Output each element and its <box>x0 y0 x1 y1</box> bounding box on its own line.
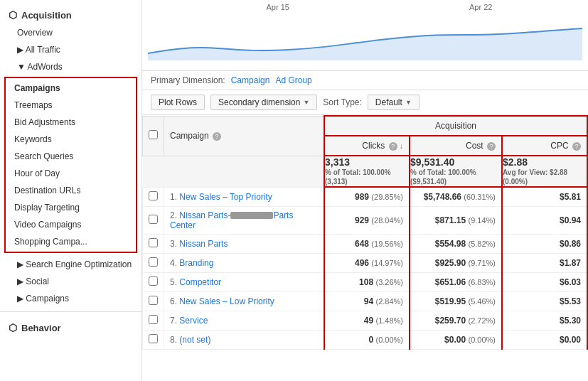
row-checkbox-cell <box>143 234 164 253</box>
table-row: 3. Nissan Parts648 (19.56%)$554.98 (5.82… <box>143 234 588 253</box>
row-checkbox[interactable] <box>149 191 158 200</box>
clicks-pct: (14.97%) <box>371 259 403 267</box>
sidebar-item-keywords[interactable]: Keywords <box>6 131 136 148</box>
acquisition-section-header: Acquisition <box>324 116 587 136</box>
campaign-name-link[interactable]: Service <box>179 316 208 326</box>
clicks-cell: 989 (29.85%) <box>324 187 410 206</box>
row-number: 8. <box>170 335 177 345</box>
table-row: 7. Service49 (1.48%)$259.70 (2.72%)$5.30 <box>143 311 588 330</box>
sidebar-item-seo[interactable]: ▶ Search Engine Optimization <box>0 256 141 273</box>
sidebar-item-all-traffic[interactable]: ▶ All Traffic <box>0 41 141 58</box>
clicks-pct: (0.00%) <box>375 336 403 344</box>
cpc-value: $5.30 <box>560 316 581 326</box>
row-checkbox[interactable] <box>149 277 158 286</box>
secondary-toolbar: Plot Rows Secondary dimension ▼ Sort Typ… <box>142 90 588 115</box>
table-row: 1. New Sales – Top Priority989 (29.85%)$… <box>143 187 588 206</box>
cpc-help-icon[interactable]: ? <box>572 142 581 151</box>
sidebar-item-search-queries[interactable]: Search Queries <box>6 148 136 165</box>
cpc-cell: $0.94 <box>502 206 587 234</box>
clicks-value: 496 <box>355 258 369 268</box>
chevron-down-icon-2: ▼ <box>405 99 412 106</box>
sidebar: ⬡ Acquisition Overview ▶ All Traffic ▼ A… <box>0 0 142 381</box>
cost-value: $554.98 <box>435 239 466 249</box>
clicks-cell: 49 (1.48%) <box>324 311 410 330</box>
sidebar-item-behavior[interactable]: ⬡ Behavior <box>0 316 141 339</box>
clicks-value: 94 <box>364 296 373 306</box>
default-sort-button[interactable]: Default ▼ <box>368 95 419 110</box>
sidebar-item-destination-urls[interactable]: Destination URLs <box>6 182 136 199</box>
total-cpc: $2.88 Avg for View: $2.88(0.00%) <box>502 156 587 187</box>
row-checkbox-cell <box>143 311 164 330</box>
row-checkbox[interactable] <box>149 315 158 324</box>
campaign-name-link[interactable]: Competitor <box>179 277 221 287</box>
cost-cell: $0.00 (0.00%) <box>410 330 502 349</box>
adgroup-link[interactable]: Ad Group <box>275 75 311 85</box>
row-checkbox[interactable] <box>149 334 158 343</box>
sidebar-item-campaigns-sub[interactable]: ▶ Campaigns <box>0 290 141 307</box>
cost-cell: $925.90 (9.71%) <box>410 253 502 272</box>
sidebar-item-campaigns[interactable]: Campaigns <box>6 80 136 97</box>
cost-value: $651.06 <box>435 277 466 287</box>
cpc-cell: $0.00 <box>502 330 587 349</box>
clicks-pct: (29.85%) <box>371 193 403 201</box>
sidebar-item-display-targeting[interactable]: Display Targeting <box>6 199 136 216</box>
cpc-cell: $0.86 <box>502 234 587 253</box>
sort-type-label: Sort Type: <box>323 97 361 107</box>
row-checkbox[interactable] <box>149 296 158 305</box>
chart-canvas <box>148 14 582 64</box>
clicks-value: 648 <box>355 239 369 249</box>
chart-dates: Apr 15 Apr 22 <box>176 3 582 11</box>
cpc-header: CPC ? <box>502 136 587 156</box>
row-checkbox-cell <box>143 291 164 311</box>
row-checkbox-cell <box>143 187 164 206</box>
select-all-checkbox[interactable] <box>149 130 158 139</box>
secondary-dimension-button[interactable]: Secondary dimension ▼ <box>210 95 317 110</box>
clicks-pct: (2.84%) <box>375 297 403 306</box>
campaign-name-link[interactable]: (not set) <box>179 335 210 345</box>
sidebar-item-treemaps[interactable]: Treemaps <box>6 97 136 114</box>
campaign-link[interactable]: Campaign <box>231 75 270 85</box>
campaign-name-link[interactable]: New Sales – Low Priority <box>179 296 274 306</box>
campaign-cell: 2. Nissan Parts-Parts Center <box>164 206 325 234</box>
campaign-name-link[interactable]: New Sales – Top Priority <box>179 192 272 202</box>
sidebar-item-video-campaigns[interactable]: Video Campaigns <box>6 216 136 233</box>
row-number: 1. <box>170 192 177 202</box>
cpc-cell: $5.53 <box>502 291 587 311</box>
sidebar-item-hour-of-day[interactable]: Hour of Day <box>6 165 136 182</box>
clicks-value: 929 <box>355 215 369 225</box>
plot-rows-button[interactable]: Plot Rows <box>151 95 205 110</box>
campaign-cell: 4. Branding <box>164 253 325 272</box>
sidebar-item-bid-adjustments[interactable]: Bid Adjustments <box>6 114 136 131</box>
row-number: 3. <box>170 239 177 249</box>
sidebar-item-social[interactable]: ▶ Social <box>0 273 141 290</box>
clicks-cell: 929 (28.04%) <box>324 206 410 234</box>
campaign-name-link[interactable]: Nissan Parts <box>179 239 228 249</box>
chevron-down-icon: ▼ <box>303 99 309 106</box>
clicks-pct: (1.48%) <box>375 316 403 325</box>
campaign-help-icon[interactable]: ? <box>213 132 221 141</box>
cost-pct: (60.31%) <box>464 193 496 201</box>
main-content: Apr 15 Apr 22 Primary Dimension: Campaig… <box>142 0 588 381</box>
campaign-name-link[interactable]: Nissan Parts- <box>179 210 230 220</box>
cost-cell: $519.95 (5.46%) <box>410 291 502 311</box>
cost-pct: (5.82%) <box>468 240 496 248</box>
sidebar-item-adwords[interactable]: ▼ AdWords <box>0 58 141 75</box>
row-number: 5. <box>170 277 177 287</box>
cpc-value: $0.00 <box>560 335 581 345</box>
cost-value: $871.15 <box>435 215 466 225</box>
cost-pct: (5.46%) <box>468 297 496 306</box>
cost-help-icon[interactable]: ? <box>487 142 496 151</box>
sort-down-icon[interactable]: ↓ <box>400 142 403 150</box>
sidebar-item-shopping-campaigns[interactable]: Shopping Campa... <box>6 233 136 250</box>
cost-pct: (0.00%) <box>468 336 496 344</box>
cpc-cell: $5.81 <box>502 187 587 206</box>
row-checkbox[interactable] <box>149 257 158 267</box>
row-checkbox[interactable] <box>149 215 158 224</box>
sidebar-item-overview[interactable]: Overview <box>0 24 141 41</box>
sidebar-item-acquisition[interactable]: ⬡ Acquisition <box>0 6 141 24</box>
total-clicks: 3,313 % of Total: 100.00%(3,313) <box>324 156 410 187</box>
data-table-container: Campaign ? Acquisition Clicks ? ↓ <box>142 115 588 350</box>
row-checkbox[interactable] <box>149 238 158 247</box>
clicks-help-icon[interactable]: ? <box>389 142 397 151</box>
campaign-name-link[interactable]: Branding <box>179 258 213 268</box>
